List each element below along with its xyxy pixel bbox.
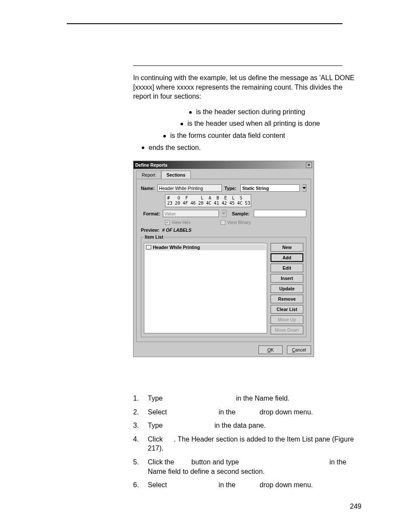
move-down-button: Move Down [271,326,303,334]
edit-button[interactable]: Edit [271,264,303,272]
sample-input[interactable] [254,210,306,217]
item-list-fieldset: Item List Header While Printing New Add … [141,234,306,337]
instruction-steps: 1.Typein the Name field. 2.Selectin thed… [133,394,361,494]
chevron-down-icon [221,210,227,217]
chevron-down-icon[interactable] [302,184,306,192]
page-header-rule [67,23,342,24]
preview-value: # OF LABELS [162,227,191,233]
update-button[interactable]: Update [271,284,303,293]
sample-label: Sample: [232,211,249,216]
format-select: Value [163,210,219,217]
view-binary-checkbox: View Binary [221,220,251,225]
name-label: Name: [141,186,155,191]
type-label: Type: [224,186,236,191]
move-up-button: Move Up [271,315,303,324]
insert-button[interactable]: Insert [271,274,303,283]
add-button[interactable]: Add [271,253,303,262]
list-item-icon [146,245,151,249]
intro-paragraph: In continuing with the example, let us d… [133,73,361,101]
list-item-label: Header While Printing [153,245,200,250]
dialog-titlebar: Define Reports ✕ [134,161,314,169]
ok-button[interactable]: OK [258,345,283,354]
page-number: 249 [350,503,361,510]
dialog-title: Define Reports [135,162,168,168]
name-input[interactable]: Header While Printing [157,184,222,192]
bullet-text: is the header used when all printing is … [187,120,320,127]
section-bullet-list: is the header section during printing is… [133,107,361,152]
bullet-text: is the forms counter data field content [170,132,285,139]
bullet-text: ends the section. [149,144,201,151]
item-list[interactable]: Header While Printing [144,243,267,333]
item-list-label: Item List [144,234,164,240]
tab-sections[interactable]: Sections [161,171,191,179]
close-icon[interactable]: ✕ [306,162,312,168]
remove-button[interactable]: Remove [271,295,303,303]
bullet-text: is the header section during printing [196,108,305,115]
cancel-button[interactable]: Cancel [287,345,311,354]
format-label: Format: [141,211,160,216]
tab-report[interactable]: Report [136,171,161,179]
hex-data-pane[interactable]: # O F L A B E L S 23 20 4F 46 20 4C 41 4… [165,194,251,207]
type-select[interactable]: Static String [240,184,300,192]
view-hex-checkbox: ✔View Hex [165,220,190,225]
clear-list-button[interactable]: Clear List [271,305,303,314]
section-divider [133,65,342,66]
define-reports-dialog: Define Reports ✕ Report Sections Name: H… [133,161,314,357]
list-item[interactable]: Header While Printing [145,244,266,250]
preview-label: Preview: [141,227,159,233]
new-button[interactable]: New [271,243,303,252]
